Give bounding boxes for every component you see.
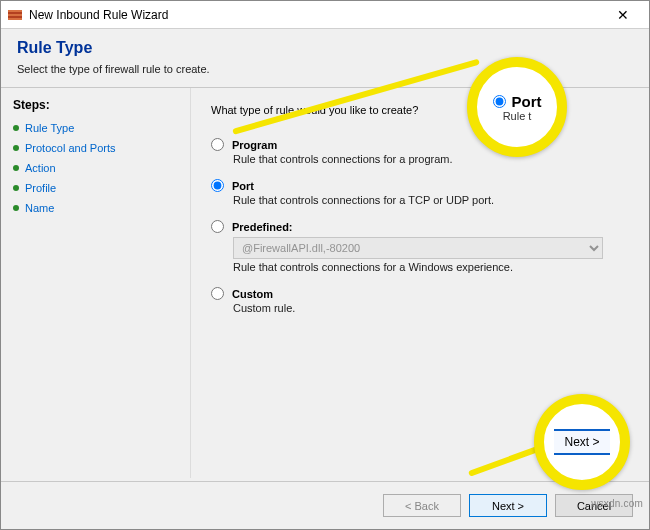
- step-protocol-and-ports[interactable]: Protocol and Ports: [13, 138, 178, 158]
- page-title: Rule Type: [17, 39, 633, 57]
- step-name[interactable]: Name: [13, 198, 178, 218]
- bullet-icon: [13, 145, 19, 151]
- predefined-select: @FirewallAPI.dll,-80200: [233, 237, 603, 259]
- annotation-port-label: Port: [512, 93, 542, 110]
- titlebar: New Inbound Rule Wizard ✕: [1, 1, 649, 29]
- option-predefined: Predefined: @FirewallAPI.dll,-80200 Rule…: [211, 220, 629, 273]
- option-label: Port: [232, 180, 254, 192]
- back-button: < Back: [383, 494, 461, 517]
- step-label: Profile: [25, 182, 56, 194]
- bullet-icon: [13, 185, 19, 191]
- wizard-footer: < Back Next > Cancel: [1, 481, 649, 529]
- close-button[interactable]: ✕: [603, 1, 643, 28]
- wizard-window: New Inbound Rule Wizard ✕ Rule Type Sele…: [0, 0, 650, 530]
- bullet-icon: [13, 165, 19, 171]
- step-rule-type[interactable]: Rule Type: [13, 118, 178, 138]
- svg-rect-1: [8, 10, 22, 12]
- step-label: Name: [25, 202, 54, 214]
- svg-rect-3: [8, 18, 22, 20]
- step-label: Action: [25, 162, 56, 174]
- bullet-icon: [13, 125, 19, 131]
- option-port: Port Rule that controls connections for …: [211, 179, 629, 206]
- svg-rect-2: [8, 14, 22, 16]
- window-title: New Inbound Rule Wizard: [29, 8, 603, 22]
- next-button[interactable]: Next >: [469, 494, 547, 517]
- radio-port[interactable]: [211, 179, 224, 192]
- option-desc: Rule that controls connections for a TCP…: [233, 194, 629, 206]
- radio-program[interactable]: [211, 138, 224, 151]
- option-program: Program Rule that controls connections f…: [211, 138, 629, 165]
- option-custom: Custom Custom rule.: [211, 287, 629, 314]
- watermark: wsxdn.com: [591, 498, 643, 509]
- option-label: Custom: [232, 288, 273, 300]
- option-label: Program: [232, 139, 277, 151]
- annotation-highlight-next: Next >: [534, 394, 630, 490]
- annotation-next-label: Next >: [554, 429, 609, 455]
- step-action[interactable]: Action: [13, 158, 178, 178]
- step-label: Rule Type: [25, 122, 74, 134]
- step-profile[interactable]: Profile: [13, 178, 178, 198]
- annotation-highlight-port: Port Rule t: [467, 57, 567, 157]
- radio-custom[interactable]: [211, 287, 224, 300]
- option-desc: Rule that controls connections for a Win…: [233, 261, 629, 273]
- steps-sidebar: Steps: Rule Type Protocol and Ports Acti…: [1, 88, 191, 478]
- radio-predefined[interactable]: [211, 220, 224, 233]
- firewall-icon: [7, 7, 23, 23]
- steps-heading: Steps:: [13, 98, 178, 112]
- bullet-icon: [13, 205, 19, 211]
- option-desc: Custom rule.: [233, 302, 629, 314]
- annotation-radio-icon: [493, 95, 506, 108]
- option-desc: Rule that controls connections for a pro…: [233, 153, 629, 165]
- option-label: Predefined:: [232, 221, 293, 233]
- annotation-port-sub: Rule t: [503, 110, 532, 122]
- step-label: Protocol and Ports: [25, 142, 116, 154]
